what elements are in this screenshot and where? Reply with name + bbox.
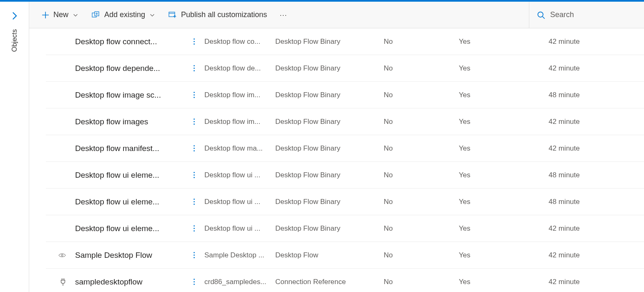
chevron-down-icon <box>149 12 155 18</box>
customizable-cell: Yes <box>459 278 530 286</box>
name-cell: crd86_sampledes... <box>204 278 275 286</box>
table-row[interactable]: sampledesktopflowcrd86_sampledes...Conne… <box>46 269 644 292</box>
plus-icon <box>42 11 49 19</box>
display-name-cell[interactable]: Sample Desktop Flow <box>75 251 184 260</box>
overflow-menu-button[interactable]: ⋯ <box>274 7 293 23</box>
display-name-cell[interactable]: Desktop flow depende... <box>75 64 184 73</box>
new-button[interactable]: New <box>36 7 84 23</box>
modified-cell: 42 minute <box>530 38 580 46</box>
display-name-cell[interactable]: Desktop flow ui eleme... <box>75 171 184 180</box>
customizable-cell: Yes <box>459 91 530 99</box>
row-actions-button[interactable] <box>184 118 204 125</box>
type-cell: Connection Reference <box>275 278 384 286</box>
type-cell: Desktop Flow Binary <box>275 38 384 46</box>
type-cell: Desktop Flow Binary <box>275 91 384 99</box>
display-name-cell[interactable]: Desktop flow ui eleme... <box>75 197 184 206</box>
modified-cell: 42 minute <box>530 251 580 259</box>
modified-cell: 42 minute <box>530 224 580 233</box>
modified-cell: 42 minute <box>530 144 580 153</box>
search-icon <box>537 11 545 19</box>
table-row[interactable]: Desktop flow manifest...Desktop flow ma.… <box>46 135 644 162</box>
display-name-cell[interactable]: Desktop flow image sc... <box>75 91 184 100</box>
display-name-cell[interactable]: Desktop flow ui eleme... <box>75 224 184 233</box>
type-cell: Desktop Flow Binary <box>275 64 384 73</box>
search-box[interactable] <box>529 2 637 28</box>
chevron-right-icon <box>10 11 19 20</box>
more-vertical-icon <box>194 145 195 151</box>
table-row[interactable]: Desktop flow ui eleme...Desktop flow ui … <box>46 189 644 215</box>
display-name-cell[interactable]: Desktop flow images <box>75 117 184 126</box>
row-actions-button[interactable] <box>184 145 204 151</box>
type-cell: Desktop Flow Binary <box>275 224 384 233</box>
table-row[interactable]: Desktop flow depende...Desktop flow de..… <box>46 55 644 82</box>
search-input[interactable] <box>550 10 625 19</box>
type-cell: Desktop Flow Binary <box>275 118 384 126</box>
publish-icon <box>169 11 177 19</box>
publish-button[interactable]: Publish all customizations <box>163 7 273 23</box>
command-bar-left: New Add existing <box>36 7 293 23</box>
managed-cell: No <box>384 224 459 233</box>
display-name-cell[interactable]: sampledesktopflow <box>75 277 184 287</box>
type-cell: Desktop Flow <box>275 251 384 259</box>
customizable-cell: Yes <box>459 118 530 126</box>
modified-cell: 42 minute <box>530 64 580 73</box>
side-rail-label: Objects <box>11 29 18 52</box>
objects-table: Desktop flow connect...Desktop flow co..… <box>29 28 644 292</box>
table-row[interactable]: Desktop flow ui eleme...Desktop flow ui … <box>46 162 644 189</box>
managed-cell: No <box>384 198 459 206</box>
managed-cell: No <box>384 118 459 126</box>
svg-point-6 <box>61 254 63 256</box>
managed-cell: No <box>384 278 459 286</box>
row-actions-button[interactable] <box>184 65 204 71</box>
name-cell: Desktop flow ui ... <box>204 171 275 179</box>
app-shell: Objects New <box>0 2 644 292</box>
row-actions-button[interactable] <box>184 225 204 232</box>
chevron-down-icon <box>73 12 78 18</box>
type-cell: Desktop Flow Binary <box>275 171 384 179</box>
table-row[interactable]: Desktop flow connect...Desktop flow co..… <box>46 28 644 55</box>
row-actions-button[interactable] <box>184 252 204 258</box>
more-vertical-icon <box>194 225 195 232</box>
more-vertical-icon <box>194 172 195 178</box>
table-row[interactable]: Desktop flow imagesDesktop flow im...Des… <box>46 108 644 135</box>
row-actions-button[interactable] <box>184 92 204 98</box>
name-cell: Desktop flow de... <box>204 64 275 73</box>
table-row[interactable]: Desktop flow image sc...Desktop flow im.… <box>46 82 644 108</box>
table-row[interactable]: Sample Desktop FlowSample Desktop ...Des… <box>46 242 644 269</box>
name-cell: Sample Desktop ... <box>204 251 275 259</box>
name-cell: Desktop flow ui ... <box>204 198 275 206</box>
name-cell: Desktop flow ma... <box>204 144 275 153</box>
svg-point-4 <box>538 12 543 17</box>
customizable-cell: Yes <box>459 144 530 153</box>
add-existing-label: Add existing <box>104 10 145 19</box>
new-button-label: New <box>53 10 68 19</box>
display-name-cell[interactable]: Desktop flow manifest... <box>75 144 184 153</box>
name-cell: Desktop flow im... <box>204 91 275 99</box>
row-actions-button[interactable] <box>184 172 204 178</box>
more-vertical-icon <box>194 279 195 285</box>
row-actions-button[interactable] <box>184 279 204 285</box>
more-vertical-icon <box>194 92 195 98</box>
managed-cell: No <box>384 251 459 259</box>
managed-cell: No <box>384 144 459 153</box>
side-rail: Objects <box>0 2 29 292</box>
row-actions-button[interactable] <box>184 199 204 205</box>
more-vertical-icon <box>194 252 195 258</box>
command-bar: New Add existing <box>29 2 644 28</box>
add-existing-button[interactable]: Add existing <box>86 7 161 23</box>
managed-cell: No <box>384 171 459 179</box>
expand-panel-button[interactable] <box>5 7 24 25</box>
modified-cell: 42 minute <box>530 278 580 286</box>
add-existing-icon <box>92 11 100 19</box>
display-name-cell[interactable]: Desktop flow connect... <box>75 37 184 46</box>
main-area: New Add existing <box>29 2 644 292</box>
more-vertical-icon <box>194 199 195 205</box>
name-cell: Desktop flow im... <box>204 118 275 126</box>
row-actions-button[interactable] <box>184 38 204 45</box>
table-row[interactable]: Desktop flow ui eleme...Desktop flow ui … <box>46 215 644 242</box>
managed-cell: No <box>384 64 459 73</box>
customizable-cell: Yes <box>459 251 530 259</box>
managed-cell: No <box>384 38 459 46</box>
customizable-cell: Yes <box>459 38 530 46</box>
modified-cell: 48 minute <box>530 171 580 179</box>
